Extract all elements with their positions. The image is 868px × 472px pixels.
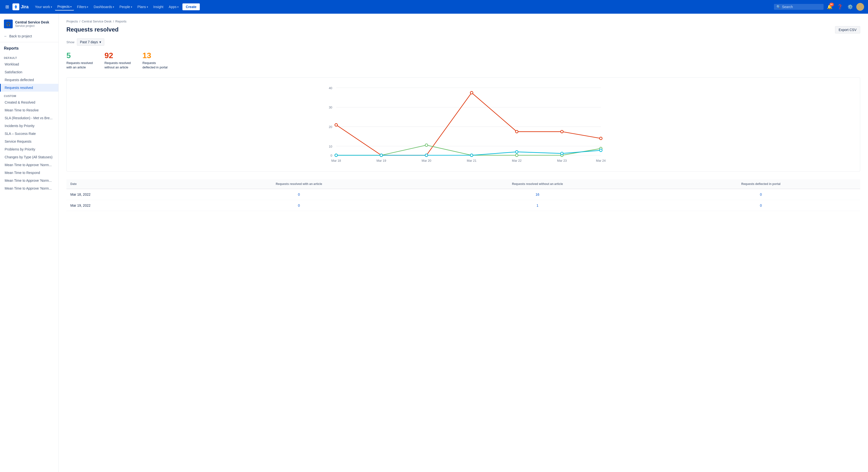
nav-projects[interactable]: Projects ▾ <box>55 3 74 10</box>
svg-text:30: 30 <box>329 106 332 110</box>
chevron-down-icon: ▾ <box>113 6 114 8</box>
sidebar-item-sla-success[interactable]: SLA – Success Rate <box>0 130 58 138</box>
chevron-down-icon: ▾ <box>51 6 52 8</box>
sidebar-item-mean-respond[interactable]: Mean Time to Respond <box>0 169 58 177</box>
sidebar-item-mean-approve-3[interactable]: Mean Time to Approve 'Norm... <box>0 184 58 192</box>
breadcrumb-central-service-desk[interactable]: Central Service Desk <box>82 20 112 23</box>
stat-with-article: 5 Requests resolvedwith an article <box>66 52 93 70</box>
svg-point-25 <box>380 154 383 157</box>
notifications-button[interactable]: 🔔 9+ <box>826 3 834 11</box>
sidebar-item-requests-deflected[interactable]: Requests deflected <box>0 76 58 84</box>
breadcrumb-reports: Reports <box>115 20 126 23</box>
stat-number-with-article: 5 <box>66 52 93 59</box>
data-table: Date Requests resolved with an article R… <box>66 179 860 211</box>
svg-point-29 <box>560 152 563 155</box>
cell-deflected-2: 0 <box>662 200 860 211</box>
cell-without-article-1: 16 <box>413 189 662 200</box>
sidebar-item-problems-priority[interactable]: Problems by Priority <box>0 145 58 153</box>
project-icon: 🎧 <box>4 20 13 28</box>
back-icon: ← <box>4 34 7 38</box>
cell-with-article-2: 0 <box>184 200 413 211</box>
svg-text:20: 20 <box>329 125 332 129</box>
sidebar-custom-section: CUSTOM <box>0 92 58 98</box>
cell-without-article-2: 1 <box>413 200 662 211</box>
page-header: Requests resolved Export CSV <box>66 26 860 33</box>
notification-badge: 9+ <box>829 3 834 6</box>
svg-point-13 <box>470 92 473 94</box>
sidebar-item-mean-approve-1[interactable]: Mean Time to Approve 'Norm... <box>0 161 58 169</box>
col-date: Date <box>66 179 184 189</box>
logo[interactable]: Jira <box>12 3 29 10</box>
svg-point-30 <box>599 149 602 152</box>
breadcrumb: Projects / Central Service Desk / Report… <box>66 20 860 23</box>
export-csv-button[interactable]: Export CSV <box>835 26 860 33</box>
search-input[interactable] <box>782 5 821 9</box>
svg-text:Mar 22: Mar 22 <box>512 159 522 163</box>
cell-deflected-1: 0 <box>662 189 860 200</box>
create-button[interactable]: Create <box>182 3 200 10</box>
svg-text:0: 0 <box>331 154 332 157</box>
nav-filters[interactable]: Filters ▾ <box>74 3 91 10</box>
show-dropdown[interactable]: Past 7 days ▾ <box>77 38 104 46</box>
nav-apps[interactable]: Apps ▾ <box>166 3 181 10</box>
col-without-article: Requests resolved without an article <box>413 179 662 189</box>
sidebar-item-workload[interactable]: Workload <box>0 60 58 68</box>
grid-icon[interactable]: ⊞ <box>4 3 10 11</box>
svg-text:Mar 19: Mar 19 <box>376 159 386 163</box>
cell-with-article-1: 0 <box>184 189 413 200</box>
nav-people[interactable]: People ▾ <box>117 3 134 10</box>
sidebar-project: 🎧 Central Service Desk Service project <box>0 18 58 32</box>
nav-insight[interactable]: Insight <box>151 3 166 10</box>
nav-dashboards[interactable]: Dashboards ▾ <box>91 3 117 10</box>
svg-point-21 <box>516 154 518 157</box>
table-header-row: Date Requests resolved with an article R… <box>66 179 860 189</box>
topnav-nav: Your work ▾ Projects ▾ Filters ▾ Dashboa… <box>32 3 200 10</box>
settings-button[interactable]: ⚙️ <box>846 3 854 11</box>
sidebar-item-satisfaction[interactable]: Satisfaction <box>0 68 58 76</box>
stat-number-without-article: 92 <box>104 52 131 59</box>
svg-point-15 <box>560 130 563 133</box>
svg-point-16 <box>599 137 602 140</box>
nav-your-work[interactable]: Your work ▾ <box>32 3 55 10</box>
col-with-article: Requests resolved with an article <box>184 179 413 189</box>
cell-date-1: Mar 18, 2022 <box>66 189 184 200</box>
stat-number-deflected: 13 <box>143 52 167 59</box>
nav-plans[interactable]: Plans ▾ <box>135 3 150 10</box>
svg-text:Mar 20: Mar 20 <box>422 159 431 163</box>
sidebar-item-service-requests[interactable]: Service Requests <box>0 138 58 145</box>
svg-text:10: 10 <box>329 145 332 148</box>
table-header: Date Requests resolved with an article R… <box>66 179 860 189</box>
show-filter-section: Show Past 7 days ▾ <box>66 38 860 46</box>
sidebar-item-sla-resolution[interactable]: SLA (Resolution) - Met vs Bre... <box>0 114 58 122</box>
stat-label-deflected: Requestsdeflected in portal <box>143 61 167 70</box>
search-icon: 🔍 <box>776 5 781 9</box>
svg-text:40: 40 <box>329 86 332 90</box>
sidebar-item-changes-type[interactable]: Changes by Type (All Statuses) <box>0 153 58 161</box>
chevron-down-icon: ▾ <box>177 6 179 8</box>
back-to-project[interactable]: ← Back to project <box>0 32 58 40</box>
main-content: Projects / Central Service Desk / Report… <box>59 14 868 472</box>
table-row: Mar 19, 2022 0 1 0 <box>66 200 860 211</box>
show-label: Show <box>66 40 74 44</box>
avatar[interactable] <box>856 3 864 11</box>
svg-point-24 <box>335 154 338 157</box>
sidebar-item-incidents-priority[interactable]: Incidents by Priority <box>0 122 58 130</box>
sidebar-item-created-resolved[interactable]: Created & Resolved <box>0 98 58 106</box>
page-title: Requests resolved <box>66 26 119 33</box>
svg-point-27 <box>470 154 473 157</box>
sidebar-item-requests-resolved[interactable]: Requests resolved <box>0 84 58 92</box>
chevron-down-icon: ▾ <box>87 6 88 8</box>
svg-point-28 <box>516 151 518 153</box>
svg-text:Mar 23: Mar 23 <box>557 159 567 163</box>
stats-row: 5 Requests resolvedwith an article 92 Re… <box>66 52 860 70</box>
svg-text:Mar 18: Mar 18 <box>332 159 341 163</box>
logo-text: Jira <box>21 4 29 9</box>
help-button[interactable]: ❓ <box>836 3 844 11</box>
chart-container: 40 30 20 10 0 <box>66 78 860 172</box>
svg-text:Mar 24: Mar 24 <box>596 159 606 163</box>
breadcrumb-projects[interactable]: Projects <box>66 20 78 23</box>
chevron-down-icon: ▾ <box>70 5 71 8</box>
search-box[interactable]: 🔍 <box>774 4 824 10</box>
sidebar-item-mean-approve-2[interactable]: Mean Time to Approve 'Norm... <box>0 177 58 184</box>
sidebar-item-mean-time-resolve[interactable]: Mean Time to Resolve <box>0 106 58 114</box>
